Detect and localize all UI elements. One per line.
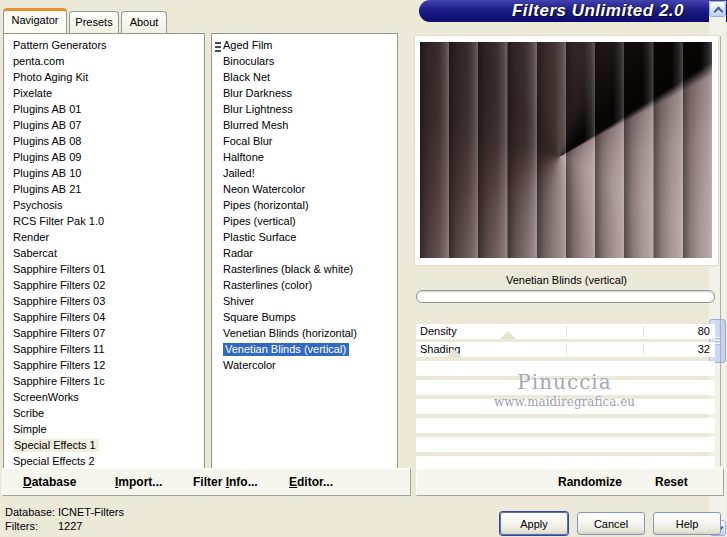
list-item[interactable]: ScreenWorks — [4, 389, 204, 405]
apply-button[interactable]: Apply — [500, 512, 568, 535]
list-item[interactable]: Shiver — [212, 293, 397, 309]
database-button[interactable]: Database — [23, 475, 76, 489]
list-item[interactable]: Sapphire Filters 1c — [4, 373, 204, 389]
param-row-empty — [416, 418, 715, 433]
preview-panel: Venetian Blinds (vertical) Density 80 Sh… — [415, 36, 721, 466]
list-item[interactable]: penta.com — [4, 53, 204, 69]
slider-tick — [643, 344, 644, 355]
list-item[interactable]: Plugins AB 07 — [4, 117, 204, 133]
list-item[interactable]: Square Bumps — [212, 309, 397, 325]
list-item[interactable]: Aged Film — [212, 37, 397, 53]
param-row-shading[interactable]: Shading 32 — [416, 342, 715, 357]
param-row-empty — [416, 437, 715, 452]
list-item[interactable]: Plugins AB 08 — [4, 133, 204, 149]
list-item[interactable]: Venetian Blinds (vertical) — [212, 341, 397, 357]
list-item[interactable]: Halftone — [212, 149, 397, 165]
list-item[interactable]: Plugins AB 10 — [4, 165, 204, 181]
list-item[interactable]: Pipes (horizontal) — [212, 197, 397, 213]
list-item[interactable]: Focal Blur — [212, 133, 397, 149]
status-value: ICNET-Filters — [58, 506, 124, 518]
status-label: Filters: — [5, 520, 58, 532]
list-item[interactable]: Plugins AB 01 — [4, 101, 204, 117]
watermark-url: www.maidiregrafica.eu — [415, 395, 714, 409]
slider-tick — [566, 344, 567, 355]
list-item[interactable]: Radar — [212, 245, 397, 261]
list-item[interactable]: Rasterlines (black & white) — [212, 261, 397, 277]
reset-button[interactable]: Reset — [655, 475, 688, 489]
menu-strip-right: Randomize Reset — [416, 468, 724, 496]
list-item[interactable]: Sabercat — [4, 245, 204, 261]
list-item[interactable]: Plastic Surface — [212, 229, 397, 245]
editor-button[interactable]: Editor... — [289, 475, 333, 489]
status-filters: Filters:1227 — [5, 520, 82, 532]
list-item[interactable]: Blur Darkness — [212, 85, 397, 101]
slider-thumb[interactable] — [446, 349, 462, 357]
list-item[interactable]: Binoculars — [212, 53, 397, 69]
filter-preview-image — [420, 42, 712, 258]
slider-tick — [643, 326, 644, 337]
progress-bar — [416, 290, 715, 303]
list-item[interactable]: Sapphire Filters 01 — [4, 261, 204, 277]
param-value: 32 — [698, 343, 710, 355]
watermark-name: Pinuccia — [415, 370, 714, 394]
list-item[interactable]: Sapphire Filters 12 — [4, 357, 204, 373]
cancel-button[interactable]: Cancel — [577, 512, 645, 535]
param-value: 80 — [698, 325, 710, 337]
list-item[interactable]: Psychosis — [4, 197, 204, 213]
preview-caption: Venetian Blinds (vertical) — [415, 274, 718, 286]
list-item[interactable]: Special Effects 1 — [4, 437, 204, 453]
param-row-density[interactable]: Density 80 — [416, 324, 715, 339]
tab-navigator[interactable]: Navigator — [3, 8, 67, 33]
help-button[interactable]: Help — [653, 512, 721, 535]
filter-info-button[interactable]: Filter Info... — [193, 475, 258, 489]
chevron-up-icon — [714, 7, 724, 17]
list-item[interactable]: Sapphire Filters 11 — [4, 341, 204, 357]
list-item[interactable]: Blur Lightness — [212, 101, 397, 117]
status-value: 1227 — [58, 520, 82, 532]
window-title: Filters Unlimited 2.0 — [477, 0, 719, 22]
preview-frame — [415, 36, 718, 265]
list-item[interactable]: Watercolor — [212, 357, 397, 373]
list-item[interactable]: Jailed! — [212, 165, 397, 181]
list-item[interactable]: Sapphire Filters 07 — [4, 325, 204, 341]
title-bar: Filters Unlimited 2.0 — [419, 0, 727, 22]
list-item[interactable]: Pipes (vertical) — [212, 213, 397, 229]
scroll-up-button[interactable] — [709, 1, 726, 17]
list-item[interactable]: Pattern Generators — [4, 37, 204, 53]
list-item[interactable]: Special Effects 2 — [4, 453, 204, 469]
list-item[interactable]: Black Net — [212, 69, 397, 85]
param-row-empty — [416, 456, 715, 468]
list-item[interactable]: Plugins AB 09 — [4, 149, 204, 165]
list-item[interactable]: Pixelate — [4, 85, 204, 101]
list-item[interactable]: Sapphire Filters 03 — [4, 293, 204, 309]
list-item[interactable]: Blurred Mesh — [212, 117, 397, 133]
list-item[interactable]: Sapphire Filters 04 — [4, 309, 204, 325]
list-item[interactable]: Photo Aging Kit — [4, 69, 204, 85]
tab-about[interactable]: About — [121, 11, 167, 33]
grip-icon — [215, 42, 221, 53]
list-item[interactable]: Render — [4, 229, 204, 245]
list-item[interactable]: Venetian Blinds (horizontal) — [212, 325, 397, 341]
tab-presets[interactable]: Presets — [69, 11, 119, 33]
randomize-button[interactable]: Randomize — [558, 475, 622, 489]
list-item[interactable]: Rasterlines (color) — [212, 277, 397, 293]
list-item[interactable]: Simple — [4, 421, 204, 437]
category-list[interactable]: Pattern Generatorspenta.comPhoto Aging K… — [3, 33, 205, 470]
status-label: Database: — [5, 506, 58, 518]
slider-tick — [566, 326, 567, 337]
list-item[interactable]: Sapphire Filters 02 — [4, 277, 204, 293]
filter-list[interactable]: Aged FilmBinocularsBlack NetBlur Darknes… — [211, 33, 398, 470]
status-database: Database:ICNET-Filters — [5, 506, 124, 518]
list-item[interactable]: Scribe — [4, 405, 204, 421]
slider-thumb[interactable] — [500, 331, 516, 339]
menu-strip-left: Database Import... Filter Info... Editor… — [2, 468, 411, 496]
import-button[interactable]: Import... — [115, 475, 162, 489]
param-label: Density — [420, 325, 457, 337]
list-item[interactable]: Plugins AB 21 — [4, 181, 204, 197]
list-item[interactable]: RCS Filter Pak 1.0 — [4, 213, 204, 229]
list-item[interactable]: Neon Watercolor — [212, 181, 397, 197]
